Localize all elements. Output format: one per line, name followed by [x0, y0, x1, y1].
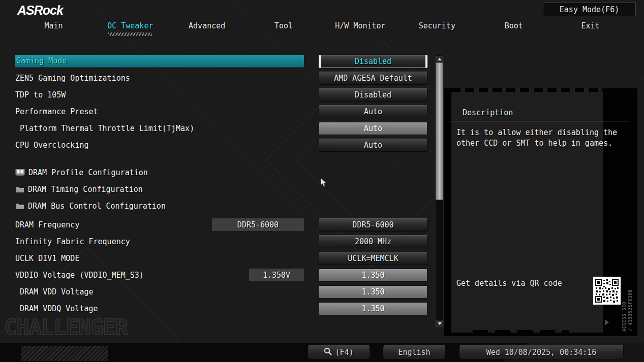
panel-dashed-edge	[473, 330, 569, 333]
tab-oc-tweaker[interactable]: OC Tweaker	[92, 19, 169, 37]
setting-label: VDDIO Voltage (VDDIO_MEM_S3)	[15, 271, 144, 280]
setting-row-dram-profile-configuration[interactable]: DRAM Profile Configuration	[15, 166, 304, 179]
qr-code	[593, 277, 621, 305]
description-panel	[451, 88, 603, 333]
description-title: Description	[463, 108, 513, 117]
setting-row-cpu-overclocking[interactable]: CPU Overclocking	[15, 139, 304, 151]
tab-main[interactable]: Main	[15, 19, 92, 37]
setting-label: DRAM Frequency	[15, 220, 79, 229]
setting-label: Platform Thermal Throttle Limit(TjMax)	[15, 124, 194, 133]
setting-label: Gaming Mode	[15, 56, 67, 65]
active-tab-underline	[108, 32, 152, 36]
setting-row-dram-bus-control-configuration[interactable]: DRAM Bus Control Configuration	[15, 200, 304, 212]
control-dram-vddq-voltage[interactable]: 1.350	[319, 302, 427, 315]
language-button[interactable]: English	[383, 345, 446, 359]
datetime-button[interactable]: Wed 10/08/2025, 00:34:16	[459, 345, 624, 359]
setting-row-zen5-gaming-optimizations[interactable]: ZEN5 Gaming Optimizations	[15, 72, 304, 84]
dram-profile-icon	[15, 169, 25, 176]
setting-label: Infinity Fabric Frequency	[15, 237, 130, 246]
dram-frequency-current-value: DDR5-6000	[212, 218, 304, 231]
description-separator	[451, 121, 630, 121]
tab-advanced[interactable]: Advanced	[169, 19, 246, 37]
setting-row-dram-vdd-voltage[interactable]: DRAM VDD Voltage	[15, 285, 304, 298]
setting-row-dram-vddq-voltage[interactable]: DRAM VDDQ Voltage	[15, 302, 304, 315]
scrollbar-up-button[interactable]	[436, 56, 443, 62]
tab-tool[interactable]: Tool	[246, 19, 322, 37]
search-hotkey-label: (F4)	[335, 348, 353, 357]
search-button[interactable]: (F4)	[308, 345, 370, 359]
easy-mode-button[interactable]: Easy Mode(F6)	[543, 3, 636, 16]
control-dram-vdd-voltage[interactable]: 1.350	[319, 285, 427, 299]
setting-row-infinity-fabric-frequency[interactable]: Infinity Fabric Frequency	[15, 235, 304, 248]
setting-label: ZEN5 Gaming Optimizations	[15, 74, 130, 83]
tab-exit[interactable]: Exit	[552, 19, 629, 37]
search-icon	[324, 347, 332, 357]
folder-icon	[15, 203, 24, 210]
folder-icon	[15, 186, 24, 193]
setting-label: DRAM Bus Control Configuration	[28, 202, 166, 211]
control-tdp-105w[interactable]: Disabled	[319, 88, 427, 102]
setting-row-dram-frequency[interactable]: DRAM Frequency DDR5-6000	[15, 218, 304, 231]
control-infinity-fabric-frequency[interactable]: 2000 MHz	[319, 235, 427, 248]
tab-hw-monitor[interactable]: H/W Monitor	[322, 19, 399, 37]
control-cpu-overclocking[interactable]: Auto	[319, 139, 427, 152]
description-text: It is to allow either disabling the othe…	[456, 127, 618, 149]
up-arrow-icon	[438, 58, 442, 60]
control-dram-frequency[interactable]: DDR5-6000	[319, 218, 427, 232]
control-tjmax[interactable]: Auto	[319, 122, 427, 135]
mouse-cursor	[320, 178, 327, 190]
play-arrow-icon	[605, 319, 609, 325]
hatched-decoration	[21, 346, 108, 361]
control-performance-preset[interactable]: Auto	[319, 105, 427, 118]
control-uclk-div1-mode[interactable]: UCLK=MEMCLK	[319, 252, 427, 265]
setting-row-dram-timing-configuration[interactable]: DRAM Timing Configuration	[15, 183, 304, 195]
down-arrow-icon	[438, 322, 442, 325]
tab-security[interactable]: Security	[398, 19, 475, 37]
setting-label: DRAM Profile Configuration	[28, 168, 148, 177]
scrollbar-down-button[interactable]	[436, 320, 443, 327]
setting-label: DRAM VDDQ Voltage	[15, 304, 98, 313]
asrock-logo: ASRock	[17, 3, 63, 18]
setting-label: UCLK DIV1 MODE	[15, 254, 79, 263]
setting-label: CPU Overclocking	[15, 141, 89, 150]
menu-tab-bar: Main OC Tweaker Advanced Tool H/W Monito…	[15, 19, 629, 37]
scrollbar-thumb[interactable]	[436, 62, 443, 200]
setting-row-gaming-mode[interactable]: Gaming Mode	[15, 55, 304, 68]
panel-dashed-edge	[451, 88, 603, 92]
setting-label: Performance Preset	[15, 107, 98, 116]
challenger-watermark: CHALLENGER	[4, 315, 128, 340]
setting-row-tdp-105w[interactable]: TDP to 105W	[15, 88, 304, 101]
access-seq-label: ACCESS SEQ / 4153526F636B	[621, 276, 633, 332]
bios-screen: ASRock Easy Mode(F6) Main OC Tweaker Adv…	[0, 0, 644, 362]
setting-label: TDP to 105W	[15, 90, 66, 100]
qr-caption: Get details via QR code	[456, 279, 562, 288]
control-vddio-voltage[interactable]: 1.350	[319, 269, 427, 282]
control-gaming-mode[interactable]: Disabled	[319, 55, 427, 68]
setting-label: DRAM VDD Voltage	[15, 287, 94, 297]
setting-row-vddio-voltage[interactable]: VDDIO Voltage (VDDIO_MEM_S3) 1.350V	[15, 269, 304, 281]
setting-label: DRAM Timing Configuration	[28, 185, 143, 194]
setting-row-performance-preset[interactable]: Performance Preset	[15, 105, 304, 118]
control-zen5-gaming-optimizations[interactable]: AMD AGESA Default	[319, 72, 427, 85]
setting-row-uclk-div1-mode[interactable]: UCLK DIV1 MODE	[15, 252, 304, 265]
setting-row-tjmax[interactable]: Platform Thermal Throttle Limit(TjMax)	[15, 122, 304, 135]
vddio-voltage-current-value: 1.350V	[249, 269, 304, 281]
tab-boot[interactable]: Boot	[475, 19, 552, 37]
